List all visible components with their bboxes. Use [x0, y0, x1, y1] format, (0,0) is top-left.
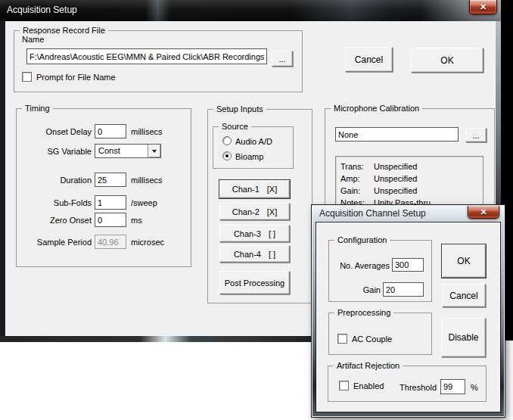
- sample-period-input: [95, 235, 126, 249]
- chan-4-button-state: [ ]: [269, 250, 275, 259]
- sg-variable-dropdown-button[interactable]: [148, 145, 160, 157]
- chan-2-button-label: Chan-2: [232, 207, 260, 216]
- radio-audio-ad-label: Audio A/D: [235, 137, 272, 147]
- threshold-label: Threshold: [393, 383, 437, 393]
- duration-unit: millisecs: [131, 176, 163, 185]
- channel-cancel-button-label: Cancel: [449, 291, 477, 301]
- channel-setup-title: Acquisition Channel Setup: [319, 206, 426, 222]
- file-browse-button[interactable]: ...: [272, 51, 293, 67]
- calibration-info-key: Amp:: [340, 173, 374, 185]
- sub-folds-unit: /sweep: [131, 198, 157, 208]
- channel-cancel-button[interactable]: Cancel: [442, 284, 486, 307]
- channel-ok-button[interactable]: OK: [442, 244, 486, 278]
- onset-delay-input[interactable]: [95, 124, 126, 138]
- sample-period-label: Sample Period: [21, 238, 92, 247]
- channel-ok-button-label: OK: [457, 256, 470, 266]
- source-group: Source: [213, 126, 294, 169]
- radio-bioamp[interactable]: [222, 151, 232, 160]
- prompt-for-file-name-label: Prompt for File Name: [36, 73, 116, 82]
- close-icon: ✕: [480, 2, 487, 12]
- onset-delay-label: Onset Delay: [21, 127, 92, 137]
- mic-calibration-input[interactable]: [335, 127, 459, 142]
- chan-3-button-state: [ ]: [269, 229, 275, 238]
- channel-setup-title-bar[interactable]: Acquisition Channel Setup ✕: [312, 206, 504, 222]
- threshold-unit: %: [471, 383, 478, 393]
- chan-3-button[interactable]: Chan-3 [ ]: [219, 225, 290, 242]
- sg-variable-select[interactable]: Const: [95, 144, 161, 158]
- onset-delay-unit: millisecs: [131, 127, 163, 137]
- chan-4-button-label: Chan-4: [234, 250, 261, 259]
- radio-bioamp-label: Bioamp: [235, 152, 263, 162]
- chan-4-button[interactable]: Chan-4 [ ]: [219, 245, 290, 263]
- file-browse-button-label: ...: [278, 54, 285, 64]
- cancel-button[interactable]: Cancel: [345, 47, 393, 72]
- acquisition-channel-setup-window: Acquisition Channel Setup ✕ Configuratio…: [312, 205, 505, 417]
- threshold-input[interactable]: [440, 379, 465, 394]
- source-group-label: Source: [219, 122, 251, 132]
- sg-variable-value: Const: [98, 146, 120, 156]
- preprocessing-group-label: Preprocessing: [334, 308, 393, 318]
- zero-onset-unit: ms: [131, 216, 142, 226]
- acquisition-setup-title: Acquisition Setup: [7, 0, 77, 20]
- sg-variable-label: SG Variable: [21, 147, 92, 157]
- mic-calibration-browse-label: ...: [472, 131, 479, 140]
- chan-1-button-state: [X]: [267, 185, 277, 194]
- configuration-group-label: Configuration: [334, 235, 390, 245]
- calibration-info-value: Unspecified: [374, 173, 417, 185]
- sample-period-unit: microsec: [131, 238, 164, 247]
- microphone-calibration-group-label: Microphone Calibration: [331, 104, 422, 114]
- prompt-for-file-name-checkbox[interactable]: [22, 72, 32, 82]
- chan-1-button-label: Chan-1: [232, 185, 260, 194]
- timing-group-label: Timing: [22, 104, 53, 114]
- chevron-down-icon: [152, 150, 157, 153]
- chan-2-button-state: [X]: [267, 207, 277, 216]
- sub-folds-label: Sub-Folds: [21, 198, 92, 208]
- channel-close-button[interactable]: ✕: [468, 206, 499, 219]
- acquisition-setup-title-bar[interactable]: Acquisition Setup ✕: [0, 0, 501, 21]
- calibration-info-line: Amp: Unspecified: [340, 173, 478, 185]
- mic-calibration-browse-button[interactable]: ...: [465, 128, 487, 142]
- zero-onset-label: Zero Onset: [21, 216, 92, 226]
- gain-label: Gain: [331, 285, 381, 295]
- channel-close-icon: ✕: [480, 207, 487, 217]
- calibration-info-key: Trans:: [340, 160, 374, 173]
- artifact-enabled-checkbox[interactable]: [339, 381, 349, 390]
- chan-3-button-label: Chan-3: [234, 229, 261, 238]
- close-button[interactable]: ✕: [469, 0, 497, 14]
- duration-label: Duration: [21, 176, 92, 185]
- disable-button[interactable]: Disable: [441, 318, 486, 357]
- file-name-input[interactable]: [26, 48, 267, 64]
- ok-button-label: OK: [440, 55, 453, 66]
- ac-couple-checkbox[interactable]: [337, 334, 347, 344]
- cancel-button-label: Cancel: [355, 54, 383, 65]
- setup-inputs-group-label: Setup Inputs: [213, 104, 266, 114]
- artifact-enabled-label: Enabled: [353, 381, 384, 391]
- post-processing-button-label: Post Processing: [225, 278, 284, 288]
- chan-2-button[interactable]: Chan-2 [X]: [219, 203, 290, 220]
- artifact-rejection-group-label: Artifact Rejection: [334, 361, 403, 371]
- ac-couple-label: AC Couple: [352, 334, 392, 344]
- post-processing-button[interactable]: Post Processing: [219, 271, 290, 294]
- calibration-info-line: Trans: Unspecified: [340, 160, 478, 173]
- calibration-info-key: Gain:: [340, 185, 374, 197]
- ok-button[interactable]: OK: [411, 48, 483, 73]
- desktop-background: { "icons": { "close_glyph": "✕" }, "main…: [0, 0, 513, 420]
- chan-1-button[interactable]: Chan-1 [X]: [219, 180, 290, 198]
- calibration-info-value: Unspecified: [374, 185, 417, 197]
- calibration-info-line: Gain: Unspecified: [340, 185, 478, 197]
- name-label: Name: [22, 35, 44, 45]
- channel-setup-client-area: Configuration No. Averages Gain OK Cance…: [316, 222, 500, 412]
- calibration-info-value: Unspecified: [374, 160, 417, 173]
- radio-audio-ad[interactable]: [222, 136, 232, 145]
- no-averages-label: No. Averages: [331, 261, 390, 271]
- sub-folds-input[interactable]: [95, 195, 126, 210]
- gain-input[interactable]: [383, 282, 424, 297]
- disable-button-label: Disable: [448, 332, 478, 343]
- no-averages-input[interactable]: [392, 258, 424, 272]
- zero-onset-input[interactable]: [95, 213, 126, 227]
- duration-input[interactable]: [95, 173, 126, 187]
